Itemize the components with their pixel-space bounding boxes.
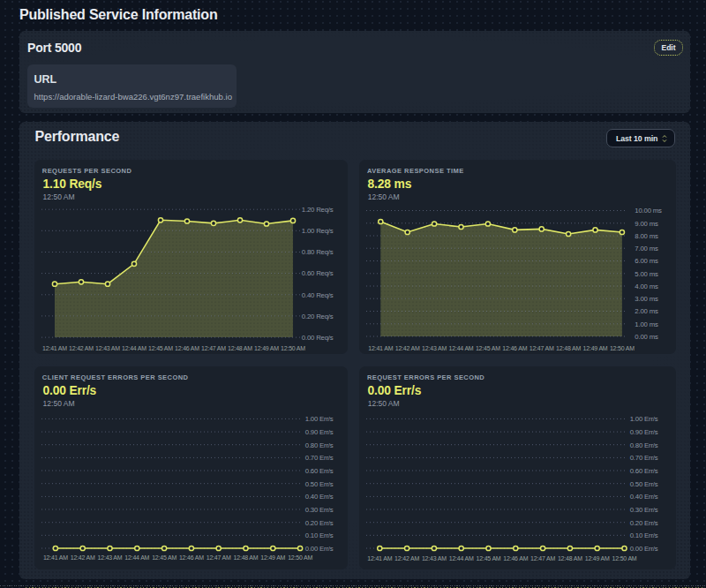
svg-text:0.40 Req/s: 0.40 Req/s: [301, 291, 333, 299]
svg-text:0.60 Req/s: 0.60 Req/s: [301, 269, 333, 277]
svg-text:1.00 Err/s: 1.00 Err/s: [304, 415, 333, 423]
svg-text:12:42 AM: 12:42 AM: [394, 345, 419, 351]
svg-text:3.00 ms: 3.00 ms: [635, 295, 658, 303]
svg-text:12:41 AM: 12:41 AM: [368, 345, 393, 351]
svg-text:0.30 Err/s: 0.30 Err/s: [304, 506, 333, 514]
svg-text:12:48 AM: 12:48 AM: [228, 345, 252, 351]
svg-text:0.00 ms: 0.00 ms: [635, 333, 658, 341]
svg-text:12:45 AM: 12:45 AM: [148, 345, 173, 351]
svg-text:12:49 AM: 12:49 AM: [582, 345, 607, 351]
svg-text:9.00 ms: 9.00 ms: [635, 220, 658, 228]
svg-text:12:46 AM: 12:46 AM: [179, 554, 204, 561]
svg-text:12:44 AM: 12:44 AM: [448, 345, 473, 351]
svg-text:12:43 AM: 12:43 AM: [422, 555, 447, 562]
svg-text:0.40 Err/s: 0.40 Err/s: [629, 493, 657, 501]
svg-text:12:50 AM: 12:50 AM: [281, 345, 305, 351]
svg-text:8.00 ms: 8.00 ms: [635, 232, 658, 240]
svg-text:0.60 Err/s: 0.60 Err/s: [629, 467, 657, 475]
svg-text:12:43 AM: 12:43 AM: [95, 345, 120, 351]
svg-text:0.30 Err/s: 0.30 Err/s: [629, 506, 657, 514]
svg-text:2.00 ms: 2.00 ms: [635, 307, 658, 315]
svg-text:12:41 AM: 12:41 AM: [43, 554, 68, 561]
svg-text:0.80 Err/s: 0.80 Err/s: [304, 441, 333, 449]
svg-text:0.70 Err/s: 0.70 Err/s: [304, 454, 333, 462]
svg-text:0.10 Err/s: 0.10 Err/s: [629, 531, 657, 539]
svg-text:12:41 AM: 12:41 AM: [367, 555, 392, 562]
svg-text:12:44 AM: 12:44 AM: [124, 554, 149, 561]
svg-text:0.60 Err/s: 0.60 Err/s: [304, 467, 333, 475]
svg-text:4.00 ms: 4.00 ms: [635, 283, 658, 290]
svg-text:12:42 AM: 12:42 AM: [70, 554, 94, 561]
svg-text:1.00 ms: 1.00 ms: [635, 320, 658, 328]
svg-text:0.40 Err/s: 0.40 Err/s: [304, 493, 333, 501]
svg-text:12:45 AM: 12:45 AM: [476, 555, 500, 562]
svg-text:0.50 Err/s: 0.50 Err/s: [304, 480, 333, 488]
svg-text:12:48 AM: 12:48 AM: [558, 555, 582, 562]
svg-text:12:47 AM: 12:47 AM: [530, 555, 555, 562]
svg-text:12:50 AM: 12:50 AM: [288, 554, 312, 561]
svg-text:12:42 AM: 12:42 AM: [394, 555, 419, 562]
svg-text:12:49 AM: 12:49 AM: [260, 554, 285, 561]
svg-text:0.50 Err/s: 0.50 Err/s: [629, 480, 657, 488]
svg-text:12:47 AM: 12:47 AM: [529, 345, 553, 351]
svg-text:7.00 ms: 7.00 ms: [635, 245, 658, 253]
svg-text:1.20 Req/s: 1.20 Req/s: [301, 206, 333, 214]
svg-text:12:50 AM: 12:50 AM: [610, 345, 635, 351]
svg-text:12:49 AM: 12:49 AM: [254, 345, 279, 351]
svg-text:10.00 ms: 10.00 ms: [635, 207, 662, 215]
svg-text:6.00 ms: 6.00 ms: [635, 257, 658, 265]
svg-text:12:44 AM: 12:44 AM: [448, 555, 473, 562]
svg-text:12:49 AM: 12:49 AM: [584, 555, 609, 562]
svg-text:12:41 AM: 12:41 AM: [42, 345, 67, 351]
svg-text:0.00 Err/s: 0.00 Err/s: [629, 545, 657, 553]
svg-text:12:48 AM: 12:48 AM: [556, 345, 581, 351]
svg-text:0.00 Err/s: 0.00 Err/s: [304, 545, 333, 553]
svg-text:12:46 AM: 12:46 AM: [503, 555, 528, 562]
svg-text:0.70 Err/s: 0.70 Err/s: [629, 454, 657, 462]
svg-text:0.90 Err/s: 0.90 Err/s: [304, 428, 333, 436]
svg-text:12:47 AM: 12:47 AM: [206, 554, 230, 561]
svg-text:12:47 AM: 12:47 AM: [201, 345, 226, 351]
svg-text:0.80 Req/s: 0.80 Req/s: [301, 248, 333, 256]
svg-text:0.90 Err/s: 0.90 Err/s: [629, 428, 657, 436]
svg-text:12:43 AM: 12:43 AM: [97, 554, 122, 561]
svg-text:12:48 AM: 12:48 AM: [233, 554, 258, 561]
svg-text:12:44 AM: 12:44 AM: [122, 345, 146, 351]
svg-text:12:43 AM: 12:43 AM: [422, 345, 447, 351]
svg-text:0.10 Err/s: 0.10 Err/s: [304, 531, 333, 539]
svg-text:12:42 AM: 12:42 AM: [69, 345, 94, 351]
svg-text:12:45 AM: 12:45 AM: [152, 554, 176, 561]
svg-text:5.00 ms: 5.00 ms: [635, 270, 658, 278]
svg-text:0.20 Err/s: 0.20 Err/s: [304, 519, 333, 527]
svg-text:0.80 Err/s: 0.80 Err/s: [629, 441, 657, 449]
svg-text:12:50 AM: 12:50 AM: [612, 555, 636, 562]
svg-text:0.20 Req/s: 0.20 Req/s: [301, 313, 333, 320]
svg-text:0.00 Req/s: 0.00 Req/s: [301, 334, 333, 342]
svg-text:12:46 AM: 12:46 AM: [175, 345, 199, 351]
svg-text:12:45 AM: 12:45 AM: [476, 345, 500, 351]
svg-text:0.20 Err/s: 0.20 Err/s: [629, 519, 657, 527]
svg-text:12:46 AM: 12:46 AM: [502, 345, 527, 351]
svg-text:1.00 Req/s: 1.00 Req/s: [301, 227, 333, 235]
svg-text:1.00 Err/s: 1.00 Err/s: [629, 415, 657, 423]
